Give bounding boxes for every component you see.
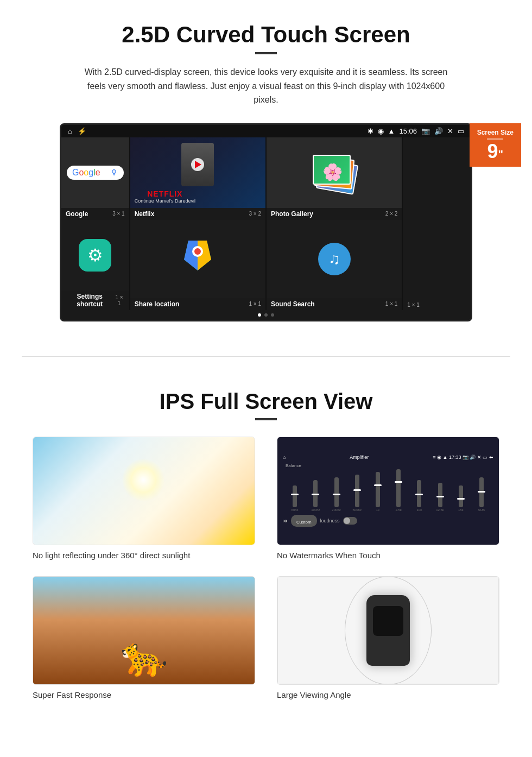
netflix-label-overlay: NETFLIX Continue Marvel's Daredevil [135, 190, 195, 204]
svg-point-4 [194, 248, 201, 255]
ips-title: IPS Full Screen View [33, 389, 499, 414]
car-body [366, 595, 410, 666]
curved-description: With 2.5D curved-display screen, this de… [76, 65, 456, 107]
badge-size: 9" [487, 140, 504, 162]
netflix-app-size: 3 × 2 [249, 211, 261, 217]
close-icon: ✕ [447, 127, 453, 135]
empty-content-1 [403, 137, 471, 216]
share-app-label: Share location [135, 300, 180, 308]
section-ips: IPS Full Screen View No light reflecting… [0, 379, 532, 721]
title-divider [255, 52, 277, 54]
app-grid-row-2: ⚙ Settings shortcut 1 × 1 [61, 220, 471, 310]
car-caption: Large Viewing Angle [277, 690, 499, 699]
sunlight-image [33, 437, 255, 545]
empty-content-2 [403, 220, 471, 300]
app-cell-netflix[interactable]: NETFLIX Continue Marvel's Daredevil Netf… [130, 137, 265, 220]
settings-cell-content: ⚙ [61, 220, 129, 291]
netflix-cell-content: NETFLIX Continue Marvel's Daredevil [130, 137, 265, 208]
netflix-app-label: Netflix [135, 210, 155, 218]
time-display: 15:06 [399, 127, 417, 135]
usb-icon: ⚡ [78, 127, 86, 135]
sun-burst [122, 458, 165, 502]
app-cell-share[interactable]: Share location 1 × 1 [130, 220, 265, 310]
settings-app-label: Settings shortcut [66, 293, 113, 308]
sound-app-size: 1 × 1 [385, 301, 398, 307]
empty-app-size: 1 × 1 [407, 302, 420, 308]
screen-size-badge: Screen Size 9" [470, 123, 521, 167]
mic-icon[interactable]: 🎙 [111, 168, 118, 177]
share-label-row: Share location 1 × 1 [130, 298, 265, 310]
dot-2 [264, 313, 268, 317]
loudness-toggle[interactable] [343, 517, 357, 525]
car-image [277, 576, 499, 685]
gear-icon: ⚙ [87, 245, 103, 266]
device-mock: ⌂ ⚡ ✱ ◉ ▲ 15:06 📷 🔊 ✕ ▭ [60, 123, 472, 321]
sound-app-label: Sound Search [271, 300, 315, 308]
amp-header: ⌂ Amplifier ≡ ◉ ▲ 17:33 📷 🔊 ✕ ▭ ⬅ [283, 455, 493, 460]
amp-icons: ≡ ◉ ▲ 17:33 📷 🔊 ✕ ▭ ⬅ [433, 455, 493, 460]
amp-custom-btn[interactable]: Custom [291, 515, 317, 527]
flower-photo: 🌸 [314, 157, 352, 187]
app-grid-row-1: Google 🎙 Google 3 × 1 [61, 137, 471, 220]
cheetah-image: 🐆 [33, 576, 255, 685]
cheetah-emoji: 🐆 [121, 634, 168, 679]
bottom-dots [61, 310, 471, 320]
amp-balance-label: Balance [286, 463, 301, 468]
netflix-bg: NETFLIX Continue Marvel's Daredevil [130, 137, 265, 208]
amp-loudness-label: loudness [320, 518, 340, 523]
google-app-label: Google [66, 210, 88, 218]
amp-home-icon: ⌂ [283, 455, 286, 460]
photos-app-label: Photo Gallery [271, 210, 313, 218]
settings-app-size: 1 × 1 [113, 294, 124, 306]
status-bar: ⌂ ⚡ ✱ ◉ ▲ 15:06 📷 🔊 ✕ ▭ [61, 125, 471, 137]
status-right: ✱ ◉ ▲ 15:06 📷 🔊 ✕ ▭ [368, 127, 464, 135]
settings-label-row: Settings shortcut 1 × 1 [61, 291, 129, 310]
amplifier-image: ⌂ Amplifier ≡ ◉ ▲ 17:33 📷 🔊 ✕ ▭ ⬅ Balanc… [277, 437, 499, 545]
share-app-size: 1 × 1 [249, 301, 261, 307]
car-window [373, 606, 403, 636]
music-icon: ♫ [318, 243, 351, 275]
section-separator [22, 356, 510, 357]
netflix-brand-text: NETFLIX [135, 190, 195, 198]
app-cell-photos[interactable]: 🌸 Photo Gallery 2 × 2 [267, 137, 402, 220]
volume-icon: 🔊 [434, 127, 443, 135]
share-cell-content [130, 220, 265, 298]
empty-label-2: 1 × 1 [403, 300, 471, 310]
amplifier-visual: ⌂ Amplifier ≡ ◉ ▲ 17:33 📷 🔊 ✕ ▭ ⬅ Balanc… [277, 437, 499, 545]
cheetah-visual: 🐆 [33, 577, 255, 684]
feature-car: Large Viewing Angle [277, 576, 499, 699]
cheetah-caption: Super Fast Response [33, 690, 255, 699]
play-button[interactable] [191, 158, 204, 171]
location-icon: ◉ [378, 127, 384, 135]
car-visual [277, 577, 499, 684]
app-cell-sound[interactable]: ♫ Sound Search 1 × 1 [267, 220, 402, 310]
dot-3 [271, 313, 274, 317]
app-cell-settings[interactable]: ⚙ Settings shortcut 1 × 1 [61, 220, 129, 310]
sound-label-row: Sound Search 1 × 1 [267, 298, 402, 310]
car-top-view [356, 587, 421, 674]
settings-icon: ⚙ [79, 239, 111, 272]
feature-cheetah: 🐆 Super Fast Response [33, 576, 255, 699]
netflix-label-row: Netflix 3 × 2 [130, 208, 265, 220]
music-note-icon: ♫ [328, 250, 340, 268]
google-search-bar[interactable]: Google 🎙 [67, 166, 124, 180]
sunlight-caption: No light reflecting under 360° direct su… [33, 551, 255, 560]
feature-sunlight: No light reflecting under 360° direct su… [33, 437, 255, 560]
netflix-subtitle-text: Continue Marvel's Daredevil [135, 198, 195, 204]
photos-label-row: Photo Gallery 2 × 2 [267, 208, 402, 220]
app-cell-google[interactable]: Google 🎙 Google 3 × 1 [61, 137, 129, 220]
window-icon: ▭ [458, 127, 464, 135]
amp-footer: ⏮ Custom loudness [283, 515, 493, 527]
feature-grid: No light reflecting under 360° direct su… [33, 437, 499, 699]
amp-bars: 60hz 100hz [283, 468, 493, 512]
app-cell-empty-2: 1 × 1 [403, 220, 471, 310]
photo-stack: 🌸 [313, 154, 356, 192]
badge-divider [487, 138, 503, 140]
photos-app-size: 2 × 2 [385, 211, 398, 217]
badge-title: Screen Size [477, 129, 514, 136]
empty-label-1 [403, 216, 471, 220]
dot-1 [258, 313, 261, 317]
maps-icon [184, 241, 211, 277]
netflix-figure [181, 143, 214, 186]
camera-icon: 📷 [421, 127, 430, 135]
